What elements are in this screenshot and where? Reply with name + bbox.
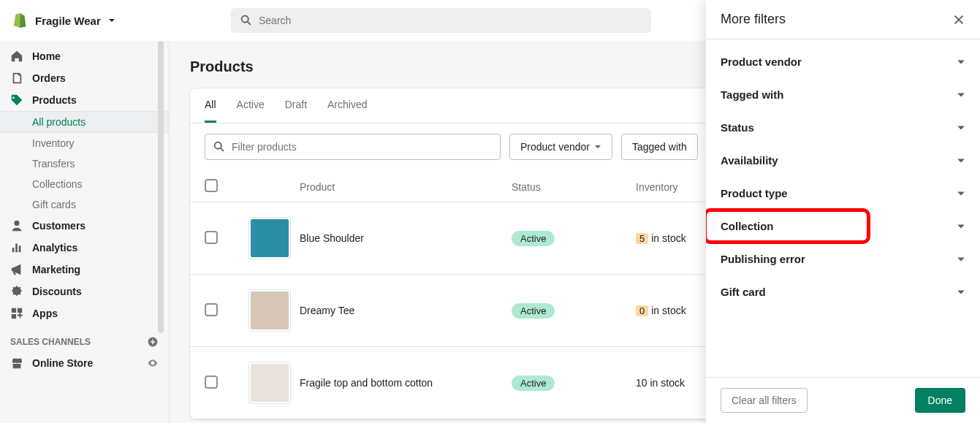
apps-icon [10,307,23,320]
nav-orders[interactable]: Orders [0,67,169,89]
filter-item-status[interactable]: Status [706,111,980,144]
chevron-down-icon [957,91,965,99]
chevron-down-icon [957,189,965,198]
nav-discounts[interactable]: Discounts [0,281,169,302]
filter-item-label: Tagged with [721,88,783,101]
sidebar-scrollbar[interactable] [158,41,164,333]
filter-panel-footer: Clear all filters Done [706,377,980,423]
nav-label: Products [32,94,77,106]
product-thumb [248,217,291,259]
store-name[interactable]: Fragile Wear [35,15,101,27]
clear-filters-button[interactable]: Clear all filters [721,388,808,413]
row-checkbox[interactable] [205,376,218,389]
row-checkbox[interactable] [205,303,218,316]
tab-archived[interactable]: Archived [327,88,367,123]
chevron-down-icon [957,288,965,297]
nav-sub-inventory[interactable]: Inventory [0,133,169,153]
page-title: Products [190,58,254,75]
search-icon [240,14,253,27]
status-badge: Active [512,376,555,391]
filter-item-availability[interactable]: Availability [706,144,980,177]
filter-item-tagged[interactable]: Tagged with [706,78,980,111]
product-thumb [248,362,291,404]
nav-products[interactable]: Products [0,89,169,111]
nav-label: Home [32,50,61,62]
nav-analytics[interactable]: Analytics [0,237,169,259]
nav-apps[interactable]: Apps [0,302,169,324]
nav-label: Orders [32,72,66,84]
inventory-low-badge: 0 [636,305,648,316]
inventory-count: 10 [636,377,647,389]
global-search-input[interactable] [259,15,642,26]
filter-products-input-wrap[interactable] [205,134,501,160]
nav-sub-transfers[interactable]: Transfers [0,153,169,174]
global-search[interactable] [231,8,651,33]
filter-item-label: Product vendor [721,56,802,68]
tab-all[interactable]: All [205,88,216,123]
tab-active[interactable]: Active [237,88,265,123]
nav-label: Analytics [32,242,77,254]
row-checkbox[interactable] [205,231,218,244]
filter-chip-tagged[interactable]: Tagged with [621,134,698,160]
add-channel-icon[interactable] [147,336,159,348]
filter-panel-header: More filters [706,0,980,39]
nav-sub-gift-cards[interactable]: Gift cards [0,194,169,215]
store-dropdown-caret-icon[interactable] [108,17,115,24]
tab-draft[interactable]: Draft [285,88,307,123]
inventory-low-badge: 5 [636,233,648,244]
filter-item-label: Availability [721,154,778,167]
sidebar: Home Orders Products All products Invent… [0,41,170,423]
nav-sub-all-products[interactable]: All products [0,111,169,133]
filter-item-label: Collection [721,220,774,232]
sales-channels-label: SALES CHANNELS [10,337,91,347]
select-all-checkbox[interactable] [205,179,218,192]
discounts-icon [10,285,23,298]
analytics-icon [10,241,23,254]
nav-label: Apps [32,308,58,319]
nav-home[interactable]: Home [0,45,169,67]
inventory-text: in stock [651,232,685,244]
filter-products-input[interactable] [232,141,493,153]
filter-item-vendor[interactable]: Product vendor [706,45,980,78]
nav-sub-collections[interactable]: Collections [0,174,169,194]
product-name[interactable]: Dreamy Tee [300,305,512,316]
chevron-down-icon [957,222,965,231]
product-name[interactable]: Blue Shoulder [300,232,512,244]
product-thumb [248,289,291,332]
chevron-down-icon [957,255,965,264]
marketing-icon [10,263,23,276]
home-icon [10,50,23,63]
nav-label: Marketing [32,264,80,275]
orders-icon [10,72,23,85]
nav-customers[interactable]: Customers [0,215,169,237]
search-icon [213,140,226,153]
shopify-logo [12,12,28,29]
filter-item-collection[interactable]: Collection [706,210,980,243]
filter-item-publishing-error[interactable]: Publishing error [706,243,980,275]
nav-marketing[interactable]: Marketing [0,259,169,281]
filter-chip-label: Product vendor [520,141,590,153]
filter-item-label: Publishing error [721,253,805,265]
product-name[interactable]: Fragile top and bottom cotton [300,377,512,389]
filter-item-gift-card[interactable]: Gift card [706,275,980,308]
sales-channels-header: SALES CHANNELS [0,324,169,352]
channel-label: Online Store [32,357,93,369]
status-badge: Active [512,303,555,319]
col-status-header[interactable]: Status [512,181,636,193]
col-product-header[interactable]: Product [300,181,512,193]
customers-icon [10,219,23,232]
channel-online-store[interactable]: Online Store [0,352,169,374]
close-icon[interactable] [952,13,965,26]
caret-down-icon [594,143,601,150]
filter-panel-title: More filters [721,12,786,27]
filter-item-product-type[interactable]: Product type [706,177,980,210]
store-icon [10,357,23,370]
view-store-icon[interactable] [147,357,159,369]
nav-label: Discounts [32,286,82,297]
done-button[interactable]: Done [915,388,965,413]
filter-chip-vendor[interactable]: Product vendor [509,134,612,160]
status-badge: Active [512,231,555,246]
filter-chip-label: Tagged with [632,141,687,153]
inventory-text: in stock [650,377,684,389]
chevron-down-icon [957,156,965,165]
